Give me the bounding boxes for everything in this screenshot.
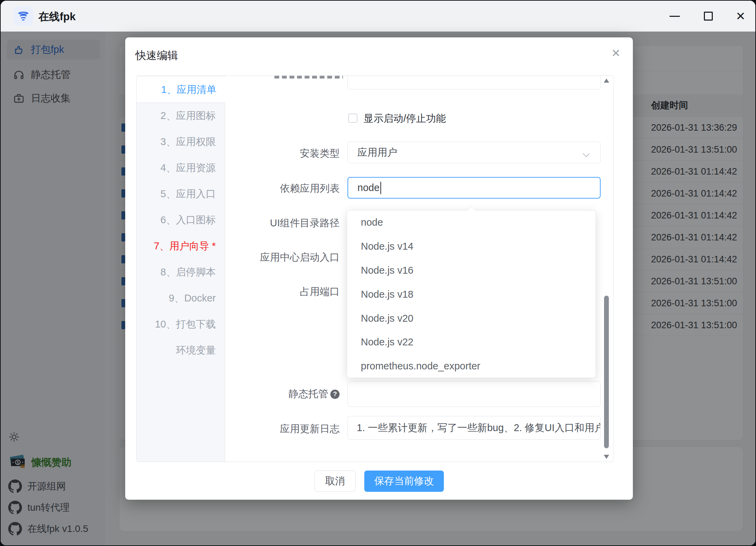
minimize-icon	[670, 16, 680, 17]
dropdown-option[interactable]: Node.js v16	[347, 259, 595, 283]
modal-form: 显示启动/停止功能 安装类型 应用用户 依赖应用列表 node UI组件目录路径	[225, 76, 613, 462]
app-center-entry-label: 应用中心启动入口	[226, 251, 340, 264]
install-type-label: 安装类型	[226, 147, 340, 161]
dependencies-dropdown: nodeNode.js v14Node.js v16Node.js v18Nod…	[347, 210, 596, 378]
window-title: 在线fpk	[38, 10, 76, 24]
help-icon[interactable]: ?	[330, 390, 340, 399]
close-window-button[interactable]: ✕	[729, 1, 753, 32]
save-button[interactable]: 保存当前修改	[364, 471, 444, 492]
modal-tab[interactable]: 10、打包下载	[137, 311, 225, 337]
install-type-select[interactable]: 应用用户	[347, 142, 601, 163]
dependencies-value: node	[357, 182, 380, 193]
dropdown-option[interactable]: Node.js v14	[347, 235, 595, 259]
dependencies-input[interactable]: node	[347, 177, 601, 199]
changelog-input[interactable]: 1. 一些累计更新，写了一些新bug、2. 修复UI入口和用户向导	[347, 416, 601, 440]
dropdown-option[interactable]: Node.js v22	[347, 330, 595, 354]
modal-tab[interactable]: 环境变量	[137, 337, 225, 364]
app-window: 在线fpk ✕ 打包fpk 静态托管	[1, 1, 755, 545]
quick-edit-modal: 快速编辑 ✕ 1、应用清单2、应用图标3、应用权限4、应用资源5、应用入口6、入…	[125, 37, 633, 500]
scroll-down-arrow-icon[interactable]	[604, 455, 609, 459]
modal-tab[interactable]: 2、应用图标	[137, 103, 225, 129]
close-icon: ✕	[736, 10, 746, 22]
text-caret	[380, 182, 381, 194]
modal-tab[interactable]: 4、应用资源	[137, 155, 225, 181]
form-scrollbar[interactable]	[603, 77, 610, 460]
modal-tab[interactable]: 8、启停脚本	[137, 259, 225, 285]
modal-tab[interactable]: 7、用户向导 *	[137, 233, 225, 259]
modal-panel: 1、应用清单2、应用图标3、应用权限4、应用资源5、应用入口6、入口图标7、用户…	[136, 75, 614, 462]
funnel-logo-icon	[17, 10, 29, 22]
clipped-label-fragment	[274, 76, 343, 79]
modal-tab[interactable]: 3、应用权限	[137, 129, 225, 155]
dropdown-option[interactable]: prometheus.node_exporter	[347, 354, 595, 378]
scrollbar-thumb[interactable]	[604, 296, 609, 448]
modal-tab[interactable]: 5、应用入口	[137, 181, 225, 207]
modal-title: 快速编辑	[135, 48, 178, 63]
dropdown-option[interactable]: Node.js v18	[347, 282, 595, 306]
app-logo	[14, 7, 33, 26]
modal-tab[interactable]: 6、入口图标	[137, 207, 225, 233]
install-type-value: 应用用户	[357, 146, 397, 159]
dropdown-option[interactable]: Node.js v20	[347, 306, 595, 330]
modal-tab-list: 1、应用清单2、应用图标3、应用权限4、应用资源5、应用入口6、入口图标7、用户…	[137, 76, 225, 462]
title-bar: 在线fpk ✕	[1, 1, 755, 32]
maximize-icon	[704, 12, 713, 21]
modal-close-button[interactable]: ✕	[611, 48, 621, 59]
changelog-value: 1. 一些累计更新，写了一些新bug、2. 修复UI入口和用户向导	[357, 421, 601, 435]
static-hosting-label-wrap: 静态托管 ?	[226, 387, 340, 401]
chevron-down-icon	[582, 150, 591, 161]
static-hosting-input[interactable]	[347, 381, 601, 407]
dependencies-label: 依赖应用列表	[226, 182, 340, 195]
scroll-up-arrow-icon[interactable]	[604, 79, 609, 83]
show-start-stop-label: 显示启动/停止功能	[364, 112, 446, 126]
clipped-top-input[interactable]	[347, 76, 601, 90]
changelog-label: 应用更新日志	[226, 422, 340, 436]
ports-label: 占用端口	[226, 285, 340, 299]
show-start-stop-checkbox[interactable]	[348, 114, 357, 123]
maximize-button[interactable]	[696, 1, 720, 32]
cancel-button[interactable]: 取消	[315, 471, 356, 492]
modal-tab[interactable]: 9、Docker	[137, 285, 225, 311]
minimize-button[interactable]	[663, 1, 687, 32]
static-hosting-label: 静态托管	[288, 387, 328, 401]
modal-tab[interactable]: 1、应用清单	[137, 77, 225, 103]
ui-dir-label: UI组件目录路径	[226, 216, 340, 230]
